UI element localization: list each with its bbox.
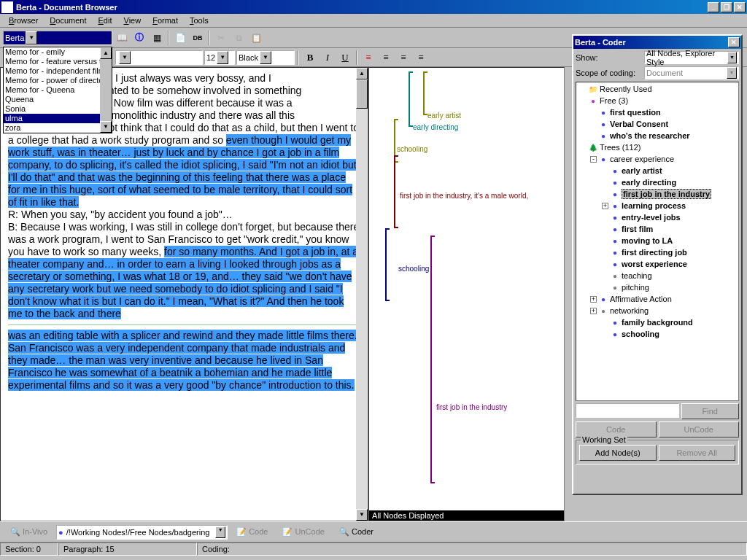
dropdown-item[interactable]: Memo for - power of director xyxy=(4,76,112,85)
code-stripe-label[interactable]: first job in the industry, it's a male w… xyxy=(400,192,528,200)
working-set-group: Working Set Add Node(s) Remove All xyxy=(576,440,739,464)
dropdown-item[interactable]: zora xyxy=(4,123,112,133)
dropdown-item[interactable]: Memo for - independent film xyxy=(4,66,112,76)
dropdown-item[interactable]: ulma xyxy=(4,114,112,123)
underline-button[interactable]: U xyxy=(337,50,353,66)
status-paragraph: Paragraph: 15 xyxy=(58,542,197,556)
tree-node[interactable]: ●schooling xyxy=(577,328,738,340)
remove-all-button[interactable]: Remove All xyxy=(659,445,736,461)
tree-node[interactable]: ●first question xyxy=(577,106,738,118)
menu-document[interactable]: Document xyxy=(44,15,92,26)
show-combo[interactable]: All Nodes, Explorer Style▼ xyxy=(644,51,739,64)
bottom-uncode-button[interactable]: 📝 UnCode xyxy=(276,526,330,538)
tree-node[interactable]: ●early directing xyxy=(577,176,738,188)
align-right-button[interactable]: ≡ xyxy=(395,50,411,66)
tree-node[interactable]: ●early artist xyxy=(577,165,738,176)
tree-node[interactable]: -●career experience xyxy=(577,153,738,165)
font-color-combo[interactable]: Black▼ xyxy=(236,50,295,65)
find-input[interactable] xyxy=(576,403,679,418)
font-size-combo[interactable]: 12▼ xyxy=(204,50,235,65)
tree-node[interactable]: ●moving to LA xyxy=(577,235,738,246)
node-path-combo[interactable]: ● /!Working Nodes!/Free Nodes/badgering▼ xyxy=(56,525,228,540)
coder-title: Berta - Coder xyxy=(575,38,728,47)
copy-icon[interactable]: ⧉ xyxy=(231,30,247,46)
align-justify-button[interactable]: ≡ xyxy=(413,50,429,66)
coder-panel: Berta - Coder ✕ Show: All Nodes, Explore… xyxy=(572,34,743,495)
tree-node[interactable]: ●pitching xyxy=(577,281,738,293)
cut-icon[interactable]: ✂ xyxy=(213,30,229,46)
bottom-code-button[interactable]: 📝 Code xyxy=(231,526,274,538)
menu-edit[interactable]: Edit xyxy=(93,15,118,26)
document-selector-dropdown[interactable]: Memo for - emilyMemo for - feature versu… xyxy=(3,47,112,133)
main-titlebar: Berta - Document Browser _ ❐ ✕ xyxy=(0,0,747,14)
dropdown-item[interactable]: Memo for - feature versus te xyxy=(4,57,112,66)
bottom-toolbar: 🔍 In-Vivo ● /!Working Nodes!/Free Nodes/… xyxy=(0,521,747,542)
scope-label: Scope of coding: xyxy=(576,69,641,77)
scope-combo: Document▼ xyxy=(644,66,739,79)
tree-node[interactable]: +●Affirmative Action xyxy=(577,293,738,305)
window-title: Berta - Document Browser xyxy=(16,3,708,12)
document-pane[interactable]: w, I just always was very bossy, and Ian… xyxy=(0,67,368,521)
app-icon xyxy=(1,1,13,13)
menu-format[interactable]: Format xyxy=(147,15,184,26)
invivo-button[interactable]: 🔍 In-Vivo xyxy=(4,526,53,538)
bottom-coder-button[interactable]: 🔍 Coder xyxy=(333,526,379,538)
menu-view[interactable]: View xyxy=(117,15,147,26)
codestrip-status: All Nodes Displayed xyxy=(369,510,564,521)
document-scrollbar[interactable]: ▲▼ xyxy=(356,68,368,521)
node-tree[interactable]: 📁Recently Used●Free (3)●first question●V… xyxy=(576,82,739,401)
tree-node[interactable]: ●entry-level jobs xyxy=(577,211,738,223)
close-button[interactable]: ✕ xyxy=(734,2,746,12)
uncode-button[interactable]: UnCode xyxy=(659,421,740,438)
maximize-button[interactable]: ❐ xyxy=(721,2,732,12)
find-button[interactable]: Find xyxy=(681,403,740,419)
code-stripe-label[interactable]: schooling xyxy=(398,265,429,273)
color-grid-icon[interactable]: ▦ xyxy=(149,30,165,46)
italic-button[interactable]: I xyxy=(320,50,336,66)
tree-node[interactable]: 🌲Trees (112) xyxy=(577,141,738,153)
code-stripe-label[interactable]: first job in the industry xyxy=(436,403,507,411)
tree-node[interactable]: ●teaching xyxy=(577,270,738,281)
menu-tools[interactable]: Tools xyxy=(184,15,214,26)
paste-icon[interactable]: 📋 xyxy=(248,30,264,46)
tree-node[interactable]: ●Free (3) xyxy=(577,95,738,106)
working-set-legend: Working Set xyxy=(581,435,627,444)
dropdown-item[interactable]: Memo for - emily xyxy=(4,47,112,57)
info-icon[interactable]: ⓘ xyxy=(131,30,147,46)
code-stripe-label[interactable]: schooling xyxy=(397,145,427,153)
coding-stripe-pane: early artistearly directingschoolingfirs… xyxy=(368,67,565,521)
menu-bar: Browser Document Edit View Format Tools xyxy=(0,14,747,28)
status-section: Section: 0 xyxy=(0,542,58,556)
dropdown-item[interactable]: Queena xyxy=(4,95,112,104)
code-stripe-label[interactable]: early directing xyxy=(413,123,458,131)
tree-node[interactable]: ●family background xyxy=(577,316,738,328)
document-selector-value: Berta xyxy=(5,34,24,42)
document-selector-combo[interactable]: Berta ▼ xyxy=(3,31,112,45)
tree-node[interactable]: ●first job in the industry xyxy=(577,188,738,200)
bold-button[interactable]: B xyxy=(302,50,318,66)
code-stripe-label[interactable]: early artist xyxy=(427,112,461,120)
chevron-down-icon[interactable]: ▼ xyxy=(26,31,37,44)
report-icon[interactable]: 📄 xyxy=(172,30,188,46)
tree-node[interactable]: +●networking xyxy=(577,305,738,316)
book-icon[interactable]: 📖 xyxy=(114,30,130,46)
show-label: Show: xyxy=(576,53,641,62)
dropdown-item[interactable]: Memo for - Queena xyxy=(4,85,112,95)
tree-node[interactable]: ●Verbal Consent xyxy=(577,118,738,130)
font-combo[interactable]: ▼ xyxy=(115,50,203,65)
minimize-button[interactable]: _ xyxy=(708,2,719,12)
db-icon[interactable]: DB xyxy=(190,30,206,46)
tree-node[interactable]: 📁Recently Used xyxy=(577,83,738,95)
add-nodes-button[interactable]: Add Node(s) xyxy=(579,445,657,461)
align-center-button[interactable]: ≡ xyxy=(378,50,394,66)
coder-titlebar[interactable]: Berta - Coder ✕ xyxy=(573,36,741,49)
dropdown-item[interactable]: Sonia xyxy=(4,104,112,114)
tree-node[interactable]: +●learning process xyxy=(577,200,738,211)
menu-browser[interactable]: Browser xyxy=(3,15,44,26)
coder-close-button[interactable]: ✕ xyxy=(728,37,740,47)
tree-node[interactable]: ●worst experience xyxy=(577,258,738,270)
tree-node[interactable]: ●first film xyxy=(577,223,738,235)
tree-node[interactable]: ●first directing job xyxy=(577,246,738,258)
align-left-button[interactable]: ≡ xyxy=(360,50,376,66)
tree-node[interactable]: ●who's the researcher xyxy=(577,130,738,141)
